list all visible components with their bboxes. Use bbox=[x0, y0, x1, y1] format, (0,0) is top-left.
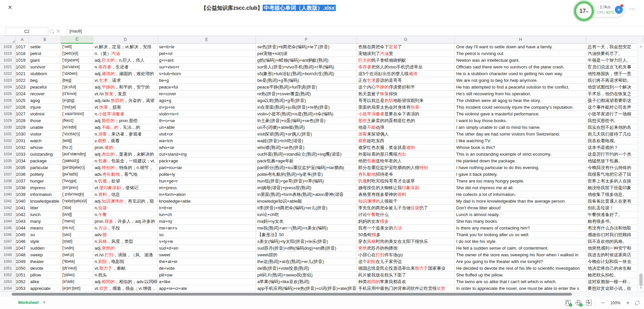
cell-A1018[interactable]: 1017 bbox=[16, 44, 29, 50]
cell-I1031[interactable]: 前几天我们接待了几位 bbox=[586, 131, 644, 138]
cell-D1028[interactable]: n.小提琴演奏者 bbox=[93, 111, 158, 117]
cell-B1038[interactable]: hunger bbox=[29, 178, 61, 185]
cell-H1046[interactable]: Thank you for looking after us so well. bbox=[455, 231, 586, 238]
cell-B1019[interactable]: petrol bbox=[29, 50, 61, 57]
column-header-F[interactable]: F bbox=[256, 36, 357, 44]
cell-F1019[interactable]: pet宠物+rol(l)滚 bbox=[256, 50, 357, 57]
cell-E1045[interactable]: me+an+s bbox=[158, 225, 256, 231]
cell-E1023[interactable]: be+g bbox=[158, 77, 256, 84]
cell-G1051[interactable]: 德国总统是民众投票选举出来致力于国家事业 bbox=[357, 265, 455, 272]
cell-A1032[interactable]: 1031 bbox=[16, 138, 29, 144]
cell-B1052[interactable]: pillow bbox=[29, 272, 61, 278]
cell-C1036[interactable]: [pə'tɪkjələ(r)] bbox=[61, 164, 93, 171]
cell-I1050[interactable]: 今晚你计划和我一块去 bbox=[586, 258, 644, 265]
cell-E1047[interactable]: s+ty+le bbox=[158, 238, 256, 245]
cell-I1023[interactable]: 我们将不再请求帮助。 bbox=[586, 77, 644, 84]
cell-D1031[interactable]: n.游客，来访者，参观者 bbox=[93, 131, 158, 138]
cell-B1049[interactable]: sweep bbox=[29, 252, 61, 258]
cell-E1051[interactable]: de+vote bbox=[158, 265, 256, 272]
cell-I1037[interactable]: 我很客气地把它还了回 bbox=[586, 171, 644, 178]
cell-B1039[interactable]: impress bbox=[29, 185, 61, 191]
cell-I1045[interactable]: 有没有什么办法和他取 bbox=[586, 225, 644, 231]
cell-E1019[interactable]: pet+rol bbox=[158, 50, 256, 57]
cell-A1026[interactable]: 1025 bbox=[16, 97, 29, 104]
cell-B1042[interactable]: litter bbox=[29, 205, 61, 211]
row-header-1028[interactable]: 1028 bbox=[0, 111, 16, 117]
cell-H1021[interactable]: Officials said there were no survivors o… bbox=[455, 64, 586, 70]
cell-D1034[interactable]: adj.杰出的，显著的，未解决的 bbox=[93, 151, 158, 158]
cell-A1044[interactable]: 1043 bbox=[16, 218, 29, 225]
cell-C1042[interactable]: ['lɪtə] bbox=[61, 205, 93, 211]
cell-C1035[interactable]: ['pækɪdʒ] bbox=[61, 158, 93, 164]
cell-H1026[interactable]: The children were all agog to hear the s… bbox=[455, 97, 586, 104]
cell-C1022[interactable]: ['stʌbən] bbox=[61, 70, 93, 77]
cell-F1047[interactable]: s美女(编码)+ty太阳(拼音)+le乐(拼音) bbox=[256, 238, 357, 245]
cell-I1048[interactable]: 他突然感到一种安宁和 bbox=[586, 245, 644, 252]
cpu-usage-gauge[interactable]: 17% bbox=[574, 1, 594, 21]
cell-H1037[interactable]: I gave it back politely. bbox=[455, 171, 586, 178]
cell-D1024[interactable]: adj.平静的，和平的，安宁的 bbox=[93, 84, 158, 91]
cell-E1053[interactable]: a+like bbox=[158, 278, 256, 285]
cell-C1028[interactable]: [ˌvaɪə'lɪnɪst] bbox=[61, 111, 93, 117]
cell-G1023[interactable]: 正在乞求原谅的是哥哥 bbox=[357, 77, 455, 84]
row-header-1049[interactable]: 1049 bbox=[0, 252, 16, 258]
cell-I1047[interactable]: 我不喜欢他的风格。 bbox=[586, 238, 644, 245]
cell-A1041[interactable]: 1040 bbox=[16, 198, 29, 205]
cell-D1053[interactable]: adj.相同的，相似的；adv.以同样 bbox=[93, 278, 158, 285]
cell-C1029[interactable]: [ðəʊz] bbox=[61, 117, 93, 124]
cell-E1031[interactable]: visit+or bbox=[158, 131, 256, 138]
column-header-A[interactable]: A bbox=[16, 36, 29, 44]
cell-C1039[interactable]: [ɪm'pres] bbox=[61, 185, 93, 191]
cell-B1024[interactable]: peaceful bbox=[29, 84, 61, 91]
cell-A1027[interactable]: 1026 bbox=[16, 104, 29, 111]
cell-B1027[interactable]: injure bbox=[29, 104, 61, 111]
cell-A1038[interactable]: 1037 bbox=[16, 178, 29, 185]
cell-A1021[interactable]: 1020 bbox=[16, 64, 29, 70]
cell-C1034[interactable]: [aʊt'stændɪŋ] bbox=[61, 151, 93, 158]
cell-B1041[interactable]: knowledgeable bbox=[29, 198, 61, 205]
cell-C1049[interactable]: [swi:p] bbox=[61, 252, 93, 258]
cell-G1036[interactable]: 部分在重症监护室吃腊肉的人很特别 bbox=[357, 164, 455, 171]
cell-F1020[interactable]: g鸽(编码)+i蜡烛(编码)+ant蚂蚁(熟词) bbox=[256, 57, 357, 64]
cell-E1048[interactable]: sud+d+en bbox=[158, 245, 256, 252]
row-header-1038[interactable]: 1038 bbox=[0, 178, 16, 185]
cell-H1045[interactable]: Is there any means of contacting him? bbox=[455, 225, 586, 231]
cell-F1031[interactable]: visit探望(熟词)+or偶人(拼音) bbox=[256, 131, 357, 138]
cell-D1044[interactable]: pron.很多，许多人；adj.许多的 bbox=[93, 218, 158, 225]
cell-name-box[interactable]: C2 bbox=[5, 28, 48, 36]
cell-C1030[interactable]: [ʌn'eɪbl] bbox=[61, 124, 93, 131]
cell-D1049[interactable]: vt./vi.打扫，清除，（风、汹涌 bbox=[93, 252, 158, 258]
cell-G1024[interactable]: 这个内心平静的俘虏爱好和平 bbox=[357, 84, 455, 91]
row-header-1042[interactable]: 1042 bbox=[0, 205, 16, 211]
row-header-1032[interactable]: 1032 bbox=[0, 138, 16, 144]
cell-G1052[interactable]: 药片被我放在枕头下面了 bbox=[357, 272, 455, 278]
cell-C1051[interactable]: [dɪ'vəut] bbox=[61, 265, 93, 272]
cell-G1020[interactable]: 巨大的鸽子拿蜡烛烧蚂蚁 bbox=[357, 57, 455, 64]
cell-I1042[interactable]: 别乱丢垃圾！ bbox=[586, 205, 644, 211]
cell-G1045[interactable]: 我有一个追美女的方法 bbox=[357, 225, 455, 231]
cell-B1053[interactable]: alike bbox=[29, 278, 61, 285]
cell-G1028[interactable]: 小提琴演奏者是要在伞下表演的 bbox=[357, 111, 455, 117]
cell-G1039[interactable]: 姨母按住的大蜘蛛让我印象深刻 bbox=[357, 185, 455, 191]
calculation-status-icon[interactable]: ✓ bbox=[565, 300, 571, 306]
cell-H1048[interactable]: He felt a sudden sense of calm, of conte… bbox=[455, 245, 586, 252]
cell-B1037[interactable]: politely bbox=[29, 171, 61, 178]
cell-E1043[interactable]: lun+ch bbox=[158, 211, 256, 218]
column-header-G[interactable]: G bbox=[357, 36, 455, 44]
cell-D1038[interactable]: n.饥饿，欲望 bbox=[93, 178, 158, 185]
cell-B1031[interactable]: visitor bbox=[29, 131, 61, 138]
cell-C1052[interactable]: ['pɪləʊ] bbox=[61, 272, 93, 278]
cell-C1027[interactable]: ['ɪndʒə] bbox=[61, 104, 93, 111]
cell-A1049[interactable]: 1048 bbox=[16, 252, 29, 258]
cell-A1034[interactable]: 1033 bbox=[16, 151, 29, 158]
cell-A1020[interactable]: 1019 bbox=[16, 57, 29, 64]
cell-I1043[interactable]: 午餐快准备好了。 bbox=[586, 211, 644, 218]
cell-D1039[interactable]: vt.使印象深刻，使铭记 bbox=[93, 185, 158, 191]
cell-C1037[interactable]: [pə'laɪtlɪ] bbox=[61, 171, 93, 178]
cell-F1022[interactable]: s5(象形)+tub浴缸(熟词)+born出生(熟词) bbox=[256, 70, 357, 77]
column-header-C[interactable]: C bbox=[61, 36, 93, 44]
row-header-1031[interactable]: 1031 bbox=[0, 131, 16, 138]
cell-H1029[interactable]: I want to buy those books. bbox=[455, 117, 586, 124]
cell-C1023[interactable]: [beg] bbox=[61, 77, 93, 84]
cell-E1029[interactable]: th+o+se bbox=[158, 117, 256, 124]
